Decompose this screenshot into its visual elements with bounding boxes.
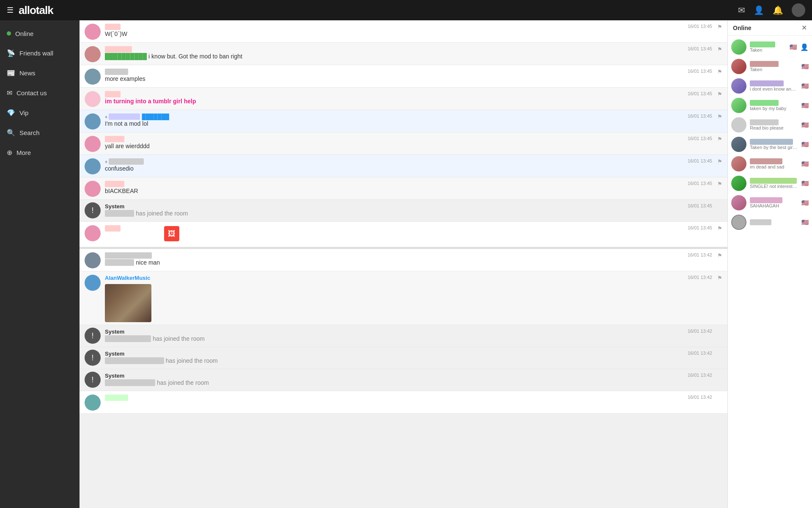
user-name: ████████ [750, 100, 798, 106]
message-body: ██████ [105, 394, 722, 401]
list-item[interactable]: ████████ taken by my baby 🇺🇸 [728, 96, 812, 115]
message-body: ███████ ██████████ i know but. Got the m… [105, 45, 722, 60]
avatar [731, 156, 746, 171]
list-item[interactable]: ████████████ Taken by the best girl ever… [728, 135, 812, 154]
message-body: ♦ ████████ ███████ I'm not a mod lol [105, 113, 722, 127]
message-username[interactable]: ████ [105, 24, 121, 30]
message-username[interactable]: AlanWalkerMusic [105, 275, 150, 281]
user-info: █████████ im dead and sad [750, 158, 798, 169]
flag-icon: 🇺🇸 [801, 102, 809, 109]
system-icon: ! [85, 328, 101, 344]
user-name: ███████ [750, 41, 786, 47]
user-info: ████████ Read bio please [750, 119, 798, 130]
sidebar-item-vip[interactable]: 💎 Vip [0, 103, 80, 123]
user-status: Read bio please [750, 125, 798, 130]
message-body: ████ W(`0`)W [105, 23, 722, 37]
list-item[interactable]: ████████ Taken 🇺🇸 [728, 57, 812, 76]
sidebar-item-contact[interactable]: ✉ Contact us [0, 83, 80, 103]
avatar [731, 215, 746, 230]
avatar [85, 136, 101, 152]
message-body: ██████ more examples [105, 68, 722, 82]
list-item[interactable]: █████████████ SINGLE! not interested! 🇺🇸 [728, 174, 812, 193]
more-icon: ⊕ [7, 149, 12, 157]
message-body: ♦ █████████ confusedio [105, 157, 722, 172]
flag-icon: 🇺🇸 [801, 199, 809, 206]
flag-icon: 🇺🇸 [790, 44, 797, 50]
message-text: yall are wierdddd [105, 143, 722, 149]
user-info: █████████ SAHAHAGAH [750, 197, 798, 208]
message-time: 16/01 13:45 [688, 113, 712, 119]
image-button[interactable]: 🖼 [164, 226, 179, 241]
message-text: more examples [105, 75, 722, 82]
avatar [731, 195, 746, 210]
sidebar-item-news[interactable]: 📰 News [0, 63, 80, 83]
avatar [731, 78, 746, 94]
notifications-icon[interactable]: 🔔 [773, 5, 783, 15]
add-friend-icon[interactable]: 👤 [754, 5, 764, 15]
system-icon: ! [85, 350, 101, 366]
user-name: ████████ [750, 119, 798, 125]
system-icon: ! [85, 372, 101, 388]
table-row: ████████████ ███████ nice man 16/01 13:4… [80, 249, 727, 271]
avatar [731, 137, 746, 152]
list-item[interactable]: █████ ████ i dont even know anymore. 🇺🇸 [728, 76, 812, 96]
user-status: taken by my baby [750, 106, 798, 111]
flag-icon: ⚑ [717, 24, 722, 30]
message-text: ███████████ has joined the room [105, 335, 722, 342]
user-name: ████████████ [750, 139, 798, 145]
message-text: W(`0`)W [105, 30, 722, 37]
avatar [85, 24, 101, 40]
avatar [85, 181, 101, 197]
messages-icon[interactable]: ✉ [738, 5, 745, 15]
message-body: ████ im turning into a tumblr girl help [105, 90, 722, 105]
system-message: ! System ████████████ has joined the roo… [80, 369, 727, 391]
news-icon: 📰 [7, 69, 15, 77]
user-name: █████████ [750, 197, 798, 203]
message-body: █████ yall are wierdddd [105, 135, 722, 149]
hamburger-menu[interactable]: ☰ [7, 6, 14, 15]
flag-icon: ⚑ [717, 252, 722, 259]
message-body: System ███████████ has joined the room [105, 328, 722, 342]
main-layout: Online 📡 Friends wall 📰 News ✉ Contact u… [0, 20, 812, 508]
message-body: ████████████ ███████ nice man [105, 251, 722, 266]
message-body: █████ bIACKBEAR [105, 180, 722, 194]
table-row: ████ 🖼 16/01 13:45 ⚑ [80, 222, 727, 247]
table-row: ██████ more examples 16/01 13:45 ⚑ [80, 65, 727, 88]
sidebar-item-online[interactable]: Online [0, 24, 80, 43]
topnav-right: ✉ 👤 🔔 [738, 3, 805, 17]
user-status: SINGLE! not interested! [750, 184, 798, 189]
message-text: ██████████ i know but. Got the mod to ba… [105, 53, 722, 60]
close-button[interactable]: ✕ [801, 24, 807, 32]
message-text: ███████ nice man [105, 259, 722, 266]
right-panel: Online ✕ ███████ Taken 🇺🇸 👤 ████████ Tak… [727, 20, 812, 508]
table-row: ♦ █████████ confusedio 16/01 13:45 ⚑ [80, 155, 727, 177]
list-item[interactable]: █████████ SAHAHAGAH 🇺🇸 [728, 193, 812, 213]
sidebar-label-online: Online [15, 30, 33, 37]
sidebar: Online 📡 Friends wall 📰 News ✉ Contact u… [0, 20, 80, 508]
online-list: ███████ Taken 🇺🇸 👤 ████████ Taken 🇺🇸 [728, 36, 812, 234]
message-time: 16/01 13:45 [688, 24, 712, 29]
add-friend-icon[interactable]: 👤 [800, 43, 809, 51]
sidebar-item-friends-wall[interactable]: 📡 Friends wall [0, 43, 80, 63]
list-item[interactable]: ████████ Read bio please 🇺🇸 [728, 115, 812, 135]
message-time: 16/01 13:42 [688, 395, 712, 400]
chat-area: ████ W(`0`)W 16/01 13:45 ⚑ ███████ █████… [80, 20, 727, 508]
message-time: 16/01 13:45 [688, 46, 712, 51]
flag-icon: 🇺🇸 [801, 83, 809, 89]
avatar [85, 252, 101, 268]
user-name: █████████ [750, 158, 798, 164]
table-row: ████ im turning into a tumblr girl help … [80, 88, 727, 110]
list-item[interactable]: █████████ im dead and sad 🇺🇸 [728, 154, 812, 174]
message-time: 16/01 13:45 [688, 158, 712, 163]
user-avatar[interactable] [792, 3, 805, 17]
avatar [85, 275, 101, 291]
list-item[interactable]: ██████ 🇺🇸 [728, 213, 812, 232]
avatar [85, 46, 101, 62]
sidebar-item-search[interactable]: 🔍 Search [0, 123, 80, 143]
list-item[interactable]: ███████ Taken 🇺🇸 👤 [728, 37, 812, 57]
sidebar-label-contact: Contact us [16, 89, 47, 97]
avatar [85, 225, 101, 241]
sidebar-item-more[interactable]: ⊕ More [0, 143, 80, 163]
flag-icon: ⚑ [717, 275, 722, 281]
flag-icon: ⚑ [717, 136, 722, 142]
